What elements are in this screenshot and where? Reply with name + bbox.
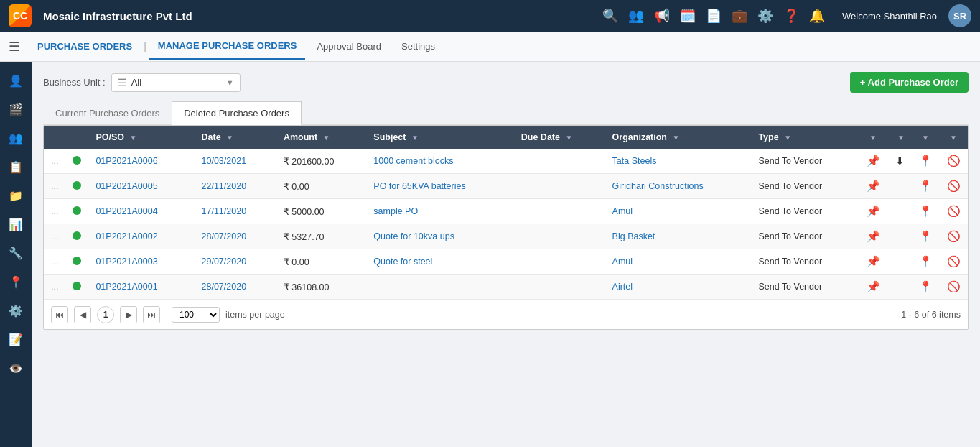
col-type[interactable]: Type ▼ [751,126,859,149]
briefcase-icon[interactable]: 💼 [732,8,747,24]
row-subject[interactable]: sample PO [366,199,513,224]
reports-icon[interactable]: 📄 [706,8,722,24]
row-action-location[interactable]: 📍 [912,174,940,199]
row-action-location[interactable]: 📍 [912,199,940,224]
row-org[interactable]: Airtel [605,275,752,300]
row-action-location[interactable]: 📍 [912,149,940,174]
table-row: ...01P2021A000329/07/2020₹ 0.00Quote for… [44,249,968,275]
col-duedate[interactable]: Due Date ▼ [514,126,605,149]
row-org[interactable]: Amul [605,249,752,275]
row-date: 29/07/2020 [195,249,276,275]
notification-icon[interactable]: 🔔 [809,8,825,24]
row-org[interactable]: Amul [605,199,752,224]
row-status [65,174,88,199]
row-poso[interactable]: 01P2021A0001 [88,275,194,300]
col-subject[interactable]: Subject ▼ [366,126,513,149]
row-subject[interactable]: PO for 65KVA batteries [366,174,513,199]
row-subject[interactable]: 1000 cement blocks [366,149,513,174]
row-poso[interactable]: 01P2021A0006 [88,149,194,174]
first-page-button[interactable]: ⏮ [51,306,68,323]
sidebar-item-folder[interactable]: 📁 [3,183,29,208]
row-type: Send To Vendor [751,174,859,199]
hamburger-icon[interactable]: ☰ [9,39,20,55]
row-dots-menu[interactable]: ... [44,224,65,249]
row-type: Send To Vendor [751,149,859,174]
current-page-indicator[interactable]: 1 [97,306,114,323]
col-organization[interactable]: Organization ▼ [605,126,752,149]
sidebar-item-eye[interactable]: 👁️ [3,355,29,381]
sidebar-item-cog[interactable]: ⚙️ [3,298,29,323]
row-action-block[interactable]: 🚫 [940,199,968,224]
row-action-block[interactable]: 🚫 [940,149,968,174]
row-dots-menu[interactable]: ... [44,249,65,275]
row-org[interactable]: Giridhari Constructions [605,174,752,199]
row-action-pin[interactable]: 📌 [859,199,887,224]
row-action-block[interactable]: 🚫 [940,224,968,249]
table-row: ...01P2021A000610/03/2021₹ 201600.001000… [44,149,968,174]
row-action-location[interactable]: 📍 [912,275,940,300]
row-action-pin[interactable]: 📌 [859,275,887,300]
col-poso[interactable]: PO/SO ▼ [88,126,194,149]
row-action-pin[interactable]: 📌 [859,249,887,275]
row-subject[interactable]: Quote for steel [366,249,513,275]
business-unit-select[interactable]: ☰ All ▼ [111,73,241,92]
add-purchase-order-button[interactable]: + Add Purchase Order [850,72,969,93]
search-icon[interactable]: 🔍 [602,8,618,24]
col-date[interactable]: Date ▼ [195,126,276,149]
col-action3-header[interactable]: ▼ [912,126,940,149]
row-amount: ₹ 5327.70 [276,224,366,249]
row-action-location[interactable]: 📍 [912,224,940,249]
row-subject[interactable]: Quote for 10kva ups [366,224,513,249]
sidebar-item-video[interactable]: 🎬 [3,96,29,122]
row-dots-menu[interactable]: ... [44,275,65,300]
prev-page-button[interactable]: ◀ [74,306,91,323]
col-action4-header[interactable]: ▼ [940,126,968,149]
row-org[interactable]: Tata Steels [605,149,752,174]
help-icon[interactable]: ❓ [783,8,799,24]
row-action-pin[interactable]: 📌 [859,224,887,249]
row-action-pin[interactable]: 📌 [859,149,887,174]
nav-manage-purchase-orders[interactable]: MANAGE PURCHASE ORDERS [149,33,306,60]
sidebar-item-chart[interactable]: 📊 [3,211,29,237]
row-poso[interactable]: 01P2021A0004 [88,199,194,224]
sidebar-item-tasks[interactable]: 📋 [3,154,29,180]
row-action-block[interactable]: 🚫 [940,249,968,275]
row-duedate [514,224,605,249]
sidebar-item-notes[interactable]: 📝 [3,326,29,352]
row-dots-menu[interactable]: ... [44,149,65,174]
row-poso[interactable]: 01P2021A0005 [88,174,194,199]
row-action-location[interactable]: 📍 [912,249,940,275]
next-page-button[interactable]: ▶ [120,306,137,323]
broadcast-icon[interactable]: 📢 [654,8,670,24]
settings-icon[interactable]: ⚙️ [757,8,773,24]
row-poso[interactable]: 01P2021A0002 [88,224,194,249]
per-page-select[interactable]: 100 50 25 [172,307,220,323]
col-action1-header[interactable]: ▼ [859,126,887,149]
tab-current-purchase-orders[interactable]: Current Purchase Orders [43,101,172,124]
row-date: 17/11/2020 [195,199,276,224]
tasks-icon[interactable]: 🗓️ [680,8,696,24]
last-page-button[interactable]: ⏭ [143,306,160,323]
row-action-block[interactable]: 🚫 [940,275,968,300]
col-amount[interactable]: Amount ▼ [276,126,366,149]
row-dots-menu[interactable]: ... [44,199,65,224]
row-action-pin[interactable]: 📌 [859,174,887,199]
row-action-download[interactable]: ⬇ [887,149,912,174]
tab-deleted-purchase-orders[interactable]: Deleted Purchase Orders [172,101,302,125]
sidebar-item-pin[interactable]: 📍 [3,269,29,295]
sidebar-item-wrench[interactable]: 🔧 [3,240,29,266]
row-subject[interactable] [366,275,513,300]
nav-approval-board[interactable]: Approval Board [308,34,390,59]
users-icon[interactable]: 👥 [628,8,644,24]
sidebar-item-user[interactable]: 👤 [3,68,29,93]
row-action-block[interactable]: 🚫 [940,174,968,199]
nav-purchase-orders[interactable]: PURCHASE ORDERS [29,34,141,59]
row-org[interactable]: Big Basket [605,224,752,249]
sidebar-item-groups[interactable]: 👥 [3,125,29,151]
row-date: 28/07/2020 [195,224,276,249]
col-action2-header[interactable]: ▼ [887,126,912,149]
row-dots-menu[interactable]: ... [44,174,65,199]
row-duedate [514,199,605,224]
nav-settings[interactable]: Settings [393,34,444,59]
row-poso[interactable]: 01P2021A0003 [88,249,194,275]
